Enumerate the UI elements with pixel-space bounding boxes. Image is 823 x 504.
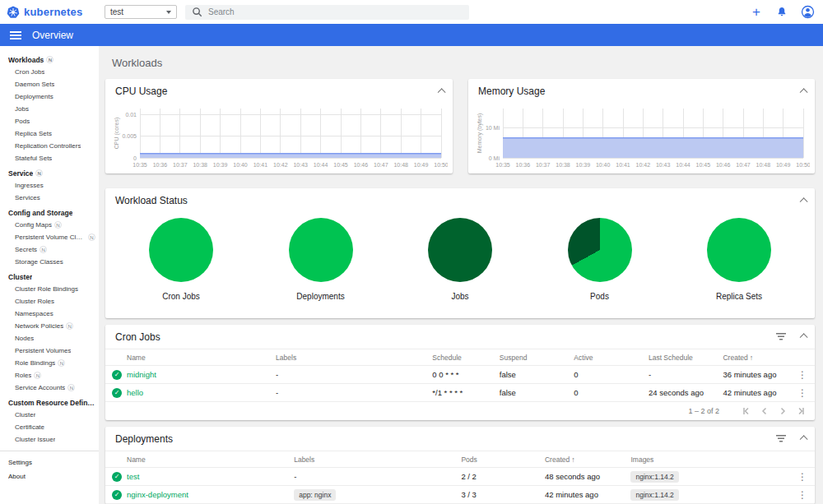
resource-name-link[interactable]: test — [127, 472, 294, 481]
filter-list-icon[interactable] — [776, 333, 786, 340]
workload-status-pie: Jobs — [419, 218, 501, 301]
sidebar-item[interactable]: Replication Controllers — [0, 140, 99, 152]
sidebar-item[interactable]: Service Accounts N — [0, 381, 99, 394]
resource-name-link[interactable]: nginx-deployment — [127, 490, 294, 499]
sidebar-item[interactable]: Cluster — [0, 409, 99, 421]
column-header[interactable]: Active — [574, 354, 649, 362]
kubernetes-helm-icon — [7, 6, 20, 19]
sidebar-item[interactable]: Cron Jobs — [0, 66, 99, 78]
chevron-up-icon[interactable] — [800, 197, 808, 206]
kebab-menu-icon[interactable]: ⋮ — [790, 471, 815, 483]
pie-chart[interactable] — [568, 218, 632, 282]
notifications-button[interactable] — [774, 5, 789, 20]
suspend-cell: false — [500, 388, 574, 397]
sidebar-item[interactable]: Services — [0, 192, 99, 204]
sidebar-item[interactable]: Stateful Sets — [0, 152, 99, 164]
sidebar-item-label: Role Bindings — [15, 359, 55, 367]
sidebar-item[interactable]: Role Bindings N — [0, 357, 99, 369]
column-header[interactable]: Last Schedule — [649, 354, 723, 362]
kebab-menu-icon[interactable]: ⋮ — [790, 489, 815, 501]
account-button[interactable] — [800, 5, 815, 20]
column-header[interactable]: Name — [127, 354, 276, 362]
chevron-up-icon[interactable] — [800, 435, 808, 443]
sidebar-item[interactable]: Config Maps N — [0, 219, 99, 231]
sidebar-item[interactable]: Settings — [0, 456, 99, 469]
sidebar-item-label: Services — [15, 194, 40, 201]
brand-logo[interactable]: kubernetes — [7, 6, 105, 19]
sidebar-item[interactable]: Secrets N — [0, 243, 99, 256]
svg-text:10:45: 10:45 — [333, 162, 348, 168]
sidebar-item-label: Service Accounts — [15, 384, 65, 391]
sidebar-item[interactable]: Daemon Sets — [0, 78, 99, 90]
sidebar-item[interactable]: Certificate — [0, 421, 99, 433]
search-bar[interactable] — [185, 5, 469, 20]
namespaced-badge: N — [40, 246, 47, 253]
column-header[interactable]: Suspend — [500, 354, 574, 362]
pie-chart[interactable] — [289, 218, 353, 282]
pods-cell: 2 / 2 — [461, 472, 545, 481]
sidebar-item[interactable]: Service N — [0, 167, 99, 179]
sidebar-item[interactable]: Custom Resource Definitions — [0, 396, 99, 409]
svg-text:10:38: 10:38 — [556, 162, 570, 168]
svg-text:10:46: 10:46 — [716, 162, 731, 168]
filter-list-icon[interactable] — [776, 435, 786, 442]
pie-chart[interactable] — [428, 218, 492, 282]
sidebar-item[interactable]: Replica Sets — [0, 127, 99, 140]
svg-text:10:37: 10:37 — [173, 162, 188, 168]
last-page-icon[interactable] — [795, 405, 807, 417]
next-page-icon[interactable] — [777, 405, 788, 417]
resource-name-link[interactable]: midnight — [127, 370, 276, 379]
created-cell: 48 seconds ago — [545, 472, 631, 481]
column-header[interactable]: Labels — [294, 455, 461, 464]
sidebar-item[interactable]: Cluster — [0, 270, 99, 283]
sidebar-item-label: Stateful Sets — [15, 155, 52, 162]
sidebar-item[interactable]: Cluster Role Bindings — [0, 283, 99, 295]
sidebar-item[interactable]: Network Policies N — [0, 320, 99, 332]
sidebar-item[interactable]: Cluster Roles — [0, 295, 99, 307]
sidebar-item[interactable]: Pods — [0, 115, 99, 127]
sidebar-item[interactable]: Namespaces — [0, 307, 99, 320]
column-header[interactable]: Labels — [276, 354, 432, 362]
sidebar-item[interactable]: Jobs — [0, 103, 99, 115]
kebab-menu-icon[interactable]: ⋮ — [790, 387, 815, 399]
namespace-select[interactable]: test — [105, 5, 177, 19]
sidebar-item[interactable]: Config and Storage — [0, 206, 99, 219]
chevron-up-icon[interactable] — [800, 333, 808, 341]
column-header-sorted[interactable]: Created↑ — [545, 455, 631, 464]
pie-chart[interactable] — [149, 218, 213, 282]
column-header[interactable]: Name — [127, 455, 294, 464]
create-resource-button[interactable]: + — [749, 5, 764, 20]
caret-down-icon — [166, 11, 171, 14]
sidebar-item[interactable]: Nodes — [0, 332, 99, 344]
sidebar-item[interactable]: Roles N — [0, 369, 99, 381]
column-header[interactable]: Pods — [461, 455, 545, 464]
labels-cell: - — [276, 370, 432, 379]
column-header-sorted[interactable]: Created↑ — [723, 354, 790, 362]
sidebar-item[interactable]: Persistent Volume Claims N — [0, 231, 99, 243]
sidebar-item[interactable]: About — [0, 470, 99, 483]
first-page-icon[interactable] — [741, 405, 752, 417]
sidebar-item[interactable]: Cluster Issuer — [0, 433, 99, 446]
pie-chart[interactable] — [707, 218, 771, 282]
sidebar-item[interactable]: Ingresses — [0, 179, 99, 192]
sidebar-item-label: Roles — [15, 372, 31, 379]
column-header[interactable]: Images — [630, 455, 790, 464]
cron-jobs-card: Cron Jobs Name Labels Schedule Suspend A… — [105, 325, 815, 420]
chevron-up-icon[interactable] — [438, 88, 446, 96]
card-title: CPU Usage — [115, 86, 167, 97]
kebab-menu-icon[interactable]: ⋮ — [790, 369, 815, 381]
sidebar-item-label: Cluster Roles — [15, 298, 54, 305]
resource-name-link[interactable]: hello — [127, 388, 276, 397]
hamburger-menu-icon[interactable] — [10, 31, 21, 39]
namespaced-badge: N — [58, 359, 65, 367]
svg-text:10:48: 10:48 — [756, 162, 771, 168]
page-title: Workloads — [112, 57, 815, 69]
prev-page-icon[interactable] — [759, 405, 770, 417]
search-input[interactable] — [208, 7, 463, 16]
sidebar-item[interactable]: Workloads N — [0, 53, 99, 66]
chevron-up-icon[interactable] — [800, 88, 808, 96]
sidebar-item[interactable]: Storage Classes — [0, 256, 99, 268]
sidebar-item[interactable]: Deployments — [0, 90, 99, 103]
column-header[interactable]: Schedule — [432, 354, 500, 362]
sidebar-item[interactable]: Persistent Volumes — [0, 344, 99, 357]
